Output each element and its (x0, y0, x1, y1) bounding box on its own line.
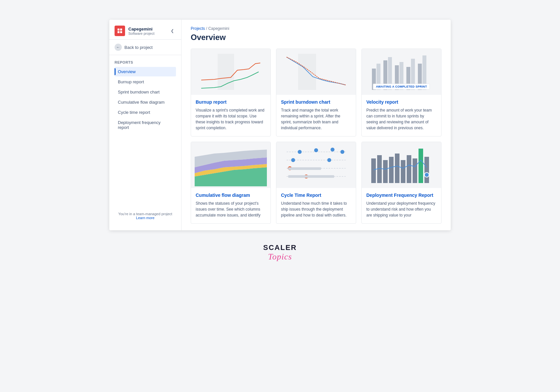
svg-rect-42 (419, 149, 423, 183)
back-icon: ← (115, 44, 122, 51)
svg-point-24 (298, 150, 302, 154)
svg-rect-43 (424, 157, 429, 183)
sidebar-header: Capegemini Software project ❮ (109, 20, 181, 40)
svg-point-25 (314, 148, 318, 152)
sprint-burndown-card-desc: Track and manage the total work remainin… (281, 107, 351, 131)
svg-rect-35 (377, 155, 382, 183)
page-title: Overview (191, 33, 442, 42)
breadcrumb-projects[interactable]: Projects (191, 26, 205, 31)
sprint-burndown-card-body: Sprint burndown chart Track and manage t… (276, 95, 356, 136)
svg-point-27 (340, 150, 344, 154)
cumflow-card-title: Cumulative flow diagram (196, 193, 266, 198)
velocity-report-card[interactable]: AWAITING A COMPLETED SPRINT Velocity rep… (361, 49, 442, 136)
team-managed-label: You're in a team-managed project (115, 212, 176, 216)
svg-rect-32 (288, 167, 321, 170)
burnup-card-title: Burnup report (196, 99, 266, 105)
burnup-card-desc: Visualize a sprint's completed work and … (196, 107, 266, 131)
svg-rect-2 (118, 31, 119, 33)
sidebar-item-overview[interactable]: Overview (115, 67, 176, 76)
burnup-chart-image (191, 49, 270, 95)
velocity-card-title: Velocity report (366, 99, 437, 105)
svg-rect-34 (371, 158, 376, 183)
svg-rect-38 (395, 154, 399, 183)
sidebar-item-cycle-time[interactable]: Cycle time report (115, 108, 176, 117)
svg-point-44 (424, 173, 429, 177)
svg-rect-5 (298, 54, 316, 90)
svg-rect-41 (413, 158, 417, 183)
sprint-burndown-card-title: Sprint burndown chart (281, 99, 351, 105)
cycletime-card-title: Cycle Time Report (281, 193, 351, 198)
cumflow-card-desc: Shows the statuses of your project's iss… (196, 200, 266, 218)
sidebar-item-burnup[interactable]: Burnup report (115, 77, 176, 87)
deploy-card-title: Deployment Frequency Report (366, 193, 437, 198)
project-type: Software project (128, 31, 154, 35)
back-to-project-label: Back to project (124, 45, 153, 50)
cards-grid: Burnup report Visualize a sprint's compl… (191, 49, 442, 224)
sidebar-item-sprint-burndown[interactable]: Sprint burndown chart (115, 87, 176, 97)
reports-nav: Reports Overview Burnup report Sprint bu… (109, 55, 181, 135)
branding-line2: Topics (263, 252, 297, 262)
deploy-card-desc: Understand your deployment frequency to … (366, 200, 437, 218)
branding-line1: SCALER (263, 243, 297, 252)
sprint-burndown-card[interactable]: Sprint burndown chart Track and manage t… (276, 49, 356, 136)
svg-rect-33 (288, 175, 334, 178)
deploy-card-body: Deployment Frequency Report Understand y… (362, 188, 441, 223)
burnup-report-card[interactable]: Burnup report Visualize a sprint's compl… (191, 49, 271, 136)
deployment-freq-card[interactable]: Deployment Frequency Report Understand y… (361, 142, 442, 224)
svg-point-28 (291, 158, 295, 162)
svg-rect-40 (407, 155, 411, 183)
sidebar-footer: You're in a team-managed project Learn m… (109, 208, 181, 224)
project-logo (115, 26, 125, 36)
svg-rect-3 (120, 31, 122, 33)
breadcrumb-project: Capegemini (208, 26, 229, 31)
velocity-chart-image: AWAITING A COMPLETED SPRINT (362, 49, 441, 95)
svg-rect-0 (118, 29, 119, 31)
svg-point-26 (331, 148, 334, 152)
project-name: Capegemini (128, 27, 154, 31)
sidebar: Capegemini Software project ❮ ← Back to … (109, 20, 182, 230)
svg-rect-39 (401, 160, 405, 183)
awaiting-badge: AWAITING A COMPLETED SPRINT (373, 84, 430, 90)
sidebar-item-cumulative-flow[interactable]: Cumulative flow diagram (115, 97, 176, 107)
sidebar-item-deployment-frequency[interactable]: Deployment frequency report (115, 118, 176, 132)
main-content: Projects / Capegemini Overview (182, 20, 451, 230)
cumflow-chart-image (191, 142, 270, 188)
velocity-card-desc: Predict the amount of work your team can… (366, 107, 437, 131)
breadcrumb: Projects / Capegemini (191, 26, 442, 31)
cycle-time-card[interactable]: Cycle Time Report Understand how much ti… (276, 142, 356, 224)
collapse-sidebar-button[interactable]: ❮ (169, 27, 176, 34)
branding: SCALER Topics (263, 243, 297, 262)
burnup-card-body: Burnup report Visualize a sprint's compl… (191, 95, 270, 136)
cycletime-card-body: Cycle Time Report Understand how much ti… (276, 188, 356, 223)
cycletime-chart-image (276, 142, 356, 188)
learn-more-link[interactable]: Learn more (136, 216, 154, 220)
svg-rect-37 (389, 157, 394, 183)
cumflow-card-body: Cumulative flow diagram Shows the status… (191, 188, 270, 223)
deploy-chart-image (362, 142, 441, 188)
velocity-card-body: Velocity report Predict the amount of wo… (362, 95, 441, 136)
svg-rect-1 (120, 29, 122, 31)
svg-rect-36 (383, 160, 388, 183)
cycletime-card-desc: Understand how much time it takes to shi… (281, 200, 351, 218)
cumulative-flow-card[interactable]: Cumulative flow diagram Shows the status… (191, 142, 271, 224)
back-to-project-button[interactable]: ← Back to project (109, 40, 181, 55)
reports-heading: Reports (115, 60, 176, 64)
app-container: Capegemini Software project ❮ ← Back to … (109, 20, 451, 230)
svg-point-29 (327, 158, 331, 162)
sprint-burndown-chart-image (276, 49, 356, 95)
project-info: Capegemini Software project (128, 27, 154, 35)
